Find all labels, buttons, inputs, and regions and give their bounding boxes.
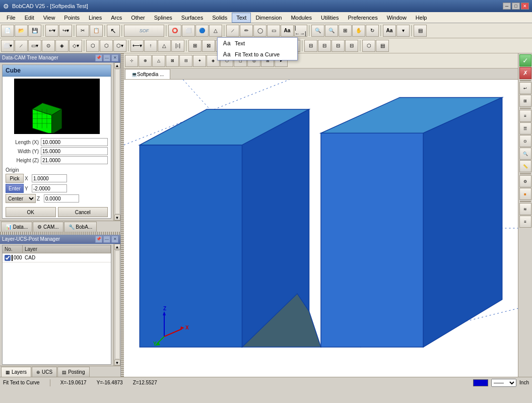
width-input[interactable] — [41, 147, 108, 155]
rt-btn-2[interactable]: ⊞ — [519, 95, 531, 107]
tb-circle[interactable]: ◯ — [253, 25, 267, 37]
rt-btn-1[interactable]: ↩ — [519, 82, 531, 94]
menu-solids[interactable]: Solids — [208, 13, 232, 23]
menu-help[interactable]: Help — [411, 13, 432, 23]
dropdown-fit-text-item[interactable]: Aa Fit Text to a Curve — [218, 49, 297, 60]
menu-surfaces[interactable]: Surfaces — [177, 13, 208, 23]
height-input[interactable] — [41, 156, 108, 164]
color-swatch[interactable] — [473, 379, 488, 386]
tb-v14[interactable]: ⊞ — [188, 40, 202, 52]
tb-cyl[interactable]: 🔵 — [195, 25, 209, 37]
layer-panel-header-icons[interactable]: 📌 — ✕ — [95, 236, 118, 243]
tb-v10[interactable]: ⟵▾ — [130, 40, 144, 52]
tb-v24[interactable]: ⊟ — [331, 40, 345, 52]
tb-box[interactable]: ⬜ — [182, 25, 195, 37]
y-input[interactable] — [32, 184, 67, 192]
tb-v4[interactable]: ⊙ — [42, 40, 55, 52]
tb-hatch[interactable]: ▤ — [414, 25, 427, 37]
menu-dimension[interactable]: Dimension — [251, 13, 286, 23]
tb-v6[interactable]: ◇▾ — [69, 40, 82, 52]
close-button[interactable]: ✕ — [521, 3, 529, 10]
tb-sphere[interactable]: ⭕ — [168, 25, 181, 37]
enter-button[interactable]: Enter — [6, 184, 24, 193]
center-select[interactable]: Center Corner — [6, 194, 36, 203]
restore-button[interactable]: □ — [512, 3, 520, 10]
layer-panel-minimize-icon[interactable]: — — [103, 236, 110, 243]
tb-v3[interactable]: ▭▾ — [28, 40, 41, 52]
menu-modules[interactable]: Modules — [286, 13, 316, 23]
tb-zoom-in[interactable]: 🔍 — [311, 25, 324, 37]
pick-button[interactable]: Pick — [6, 174, 24, 183]
vt-snap5[interactable]: ⊟ — [179, 55, 192, 67]
layer-panel-pin-icon[interactable]: 📌 — [95, 236, 102, 243]
tree-scrollbar[interactable]: ▲ ▼ — [113, 62, 120, 221]
tb-open[interactable]: 📂 — [15, 25, 28, 37]
tb-aa2[interactable]: Aa — [383, 25, 396, 37]
tb-v9[interactable]: ⬡▾ — [113, 40, 126, 52]
menu-utilities[interactable]: Utilities — [316, 13, 343, 23]
tb-v7[interactable]: ⬡ — [86, 40, 99, 52]
layer-scroll-track[interactable] — [115, 250, 120, 359]
menu-file[interactable]: File — [2, 13, 20, 23]
tb-rect[interactable]: ▭ — [267, 25, 280, 37]
layer-panel-close-icon[interactable]: ✕ — [111, 236, 118, 243]
layer-scroll-up[interactable]: ▲ — [114, 244, 120, 250]
ok-button[interactable]: OK — [6, 207, 56, 217]
layer-row-0[interactable]: 000 CAD — [3, 253, 111, 262]
scroll-up-btn[interactable]: ▲ — [114, 62, 120, 69]
scroll-track[interactable] — [115, 69, 120, 214]
viewport-tab-softpedia[interactable]: 💻 Softpedia ... — [125, 69, 170, 79]
title-controls[interactable]: ─ □ ✕ — [503, 3, 529, 10]
tb-v5[interactable]: ◈ — [55, 40, 69, 52]
tb-v27[interactable]: ▤ — [376, 40, 389, 52]
length-input[interactable] — [41, 138, 108, 146]
tb-dim[interactable]: |←→| — [294, 25, 307, 37]
scroll-down-btn[interactable]: ▼ — [114, 215, 120, 221]
menu-view[interactable]: View — [39, 13, 60, 23]
cancel-button[interactable]: Cancel — [58, 207, 108, 217]
menu-splines[interactable]: Splines — [150, 13, 177, 23]
tb-v15[interactable]: ⊠ — [202, 40, 215, 52]
menu-lines[interactable]: Lines — [84, 13, 106, 23]
vt-snap6[interactable]: ✦ — [193, 55, 206, 67]
tb-v12[interactable]: △ — [158, 40, 171, 52]
tb-v23[interactable]: ⊟ — [318, 40, 331, 52]
rt-btn-7[interactable]: 📏 — [519, 160, 531, 172]
tab-boba[interactable]: 🔧 BobA... — [64, 222, 97, 232]
tb-select[interactable]: ↖ — [107, 25, 120, 37]
z-input[interactable] — [44, 194, 79, 203]
tab-ucs[interactable]: ⊕ UCS — [32, 367, 57, 377]
layer-checkbox[interactable] — [5, 255, 11, 261]
tb-zoom-out[interactable]: 🔍 — [325, 25, 338, 37]
minimize-button[interactable]: ─ — [503, 3, 511, 10]
x-input[interactable] — [32, 174, 67, 182]
line-type-select[interactable]: —— - - - — [491, 379, 516, 387]
menu-text[interactable]: Text — [232, 13, 251, 23]
tab-cam[interactable]: ⚙ CAM... — [33, 222, 63, 232]
menu-arcs[interactable]: Arcs — [106, 13, 126, 23]
tb-line1[interactable]: ⟋ — [226, 25, 239, 37]
tb-dropdown[interactable]: ▾ — [396, 25, 410, 37]
tb-v11[interactable]: ↑ — [144, 40, 157, 52]
viewport[interactable]: Z X Y — [124, 80, 518, 377]
vt-snap4[interactable]: ⊠ — [166, 55, 179, 67]
tb-text-aa[interactable]: Aa — [281, 25, 294, 37]
vt-snap1[interactable]: ⊹ — [125, 55, 138, 67]
rt-btn-3[interactable]: ≡ — [519, 110, 531, 122]
rt-btn-11[interactable]: ≡ — [519, 216, 531, 228]
layer-scroll-down[interactable]: ▼ — [114, 360, 120, 366]
rt-btn-8[interactable]: ⚙ — [519, 175, 531, 187]
tb-cone[interactable]: △ — [209, 25, 222, 37]
tb-pencil[interactable]: ✏ — [240, 25, 253, 37]
confirm-button[interactable]: ✓ — [519, 54, 531, 66]
tb-fit[interactable]: ⊞ — [339, 25, 352, 37]
cancel-all-button[interactable]: ✗ — [519, 67, 531, 79]
tb-v8[interactable]: ⬡ — [100, 40, 113, 52]
tb-v26[interactable]: ⬡ — [362, 40, 375, 52]
tb-save[interactable]: 💾 — [28, 25, 41, 37]
vt-snap3[interactable]: △ — [152, 55, 165, 67]
layer-scrollbar[interactable]: ▲ ▼ — [113, 244, 120, 366]
panel-close-icon[interactable]: ✕ — [111, 54, 118, 61]
tb-v1[interactable]: ⬜▾ — [1, 40, 14, 52]
tb-v25[interactable]: ⊟ — [345, 40, 358, 52]
